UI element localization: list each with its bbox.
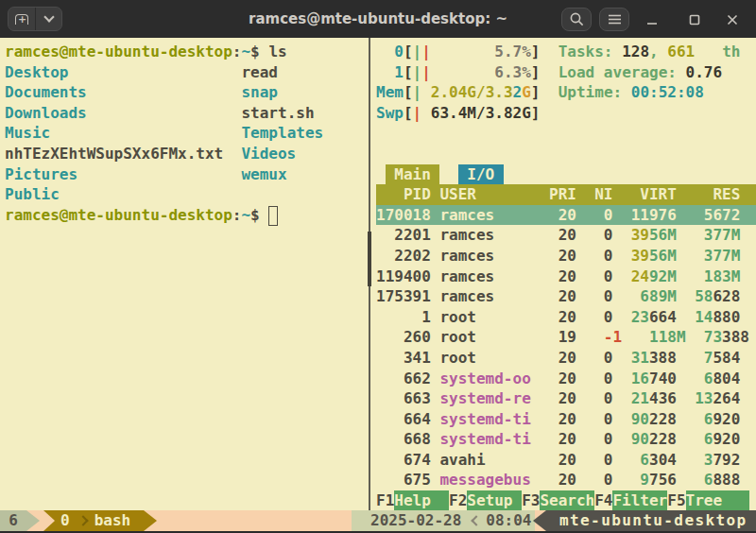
menu-button[interactable] bbox=[599, 8, 629, 31]
fkey-help[interactable]: Help bbox=[394, 490, 449, 510]
text-segment bbox=[740, 348, 756, 369]
text-segment bbox=[740, 450, 756, 471]
text-segment bbox=[677, 286, 695, 307]
text-segment: 183M bbox=[704, 266, 741, 287]
text-segment: 23 bbox=[631, 307, 649, 328]
tmux-window-name: bash bbox=[94, 510, 131, 531]
text-segment: 90 bbox=[631, 409, 649, 430]
file-row: Desktop read bbox=[5, 62, 369, 83]
text-segment bbox=[677, 246, 704, 266]
text-segment: 264 bbox=[713, 388, 740, 409]
text-segment: 675 bbox=[376, 470, 439, 490]
process-row[interactable]: 675 messagebus 20 0 9756 6888 bbox=[376, 470, 756, 490]
tmux-datetime: 2025-02-28 08:04 bbox=[352, 510, 535, 531]
search-button[interactable] bbox=[561, 8, 592, 31]
fkey-search[interactable]: Search bbox=[540, 490, 594, 510]
text-segment: wemux bbox=[241, 164, 286, 185]
cpu0-meter: 0[|| 5.7%] Tasks: 128, 661 th bbox=[376, 42, 756, 62]
text-segment: 16 bbox=[631, 369, 649, 389]
process-row[interactable]: 2201 ramces 20 0 3956M 377M bbox=[376, 225, 756, 246]
text-segment bbox=[439, 164, 457, 185]
fkey-f5[interactable]: F5 bbox=[667, 490, 685, 510]
process-row[interactable]: 668 systemd-ti 20 0 90228 6920 bbox=[376, 429, 756, 450]
search-icon bbox=[569, 11, 585, 27]
text-segment: 1 bbox=[376, 62, 404, 83]
process-row[interactable]: 1 root 20 0 23664 14880 1 bbox=[376, 307, 756, 328]
process-row[interactable]: 341 root 20 0 31388 7584 bbox=[376, 348, 756, 369]
text-segment: $ bbox=[250, 42, 268, 62]
blank-line bbox=[376, 144, 756, 164]
fkey-tree[interactable]: Tree bbox=[686, 490, 749, 510]
process-row[interactable]: 175391 ramces 20 0 689M 58628 4 bbox=[376, 286, 756, 307]
fkey-f2[interactable]: F2 bbox=[449, 490, 467, 510]
text-segment: | bbox=[413, 103, 422, 124]
tmux-window-item[interactable]: 0 bash bbox=[43, 510, 144, 531]
text-segment: : bbox=[232, 205, 242, 226]
text-segment bbox=[68, 62, 241, 83]
tab-io[interactable]: I/O bbox=[458, 164, 504, 185]
text-segment bbox=[376, 164, 386, 185]
text-segment: 6 bbox=[704, 470, 713, 490]
text-segment: 228 bbox=[649, 429, 677, 450]
maximize-button[interactable] bbox=[682, 8, 707, 31]
tab-main[interactable]: Main bbox=[386, 164, 440, 185]
close-icon bbox=[727, 14, 738, 26]
text-segment: 175391 ramces 20 0 bbox=[376, 286, 640, 307]
minimize-button[interactable] bbox=[640, 8, 664, 31]
text-segment: 664 bbox=[649, 307, 677, 328]
text-segment bbox=[677, 307, 695, 328]
fkey-f4[interactable]: F4 bbox=[594, 490, 612, 510]
text-segment: 6 bbox=[704, 429, 713, 450]
text-segment: nhTEzXEhtWSupSXx6FMx.txt bbox=[5, 144, 223, 164]
chevron-left-icon bbox=[472, 515, 482, 525]
text-segment: 388 bbox=[722, 327, 749, 348]
shell-cursor bbox=[268, 206, 278, 227]
shell-prompt-line[interactable]: ramces@mte-ubuntu-desktop:~$ ls bbox=[5, 42, 369, 62]
status-time: 08:04 bbox=[486, 510, 531, 531]
process-row[interactable]: 170018 ramces 20 0 11976 5672 bbox=[376, 205, 756, 226]
text-segment: 3 bbox=[704, 450, 713, 471]
process-table-header[interactable]: PID USER PRI NI VIRT RES bbox=[376, 184, 756, 205]
terminal-window: ramces@mte-ubuntu-desktop: ~ bbox=[0, 0, 756, 533]
process-row[interactable]: 664 systemd-ti 20 0 90228 6920 bbox=[376, 409, 756, 430]
text-segment: 341 root 20 0 bbox=[376, 348, 631, 369]
shell-prompt-line[interactable]: ramces@mte-ubuntu-desktop:~$ bbox=[5, 205, 369, 226]
text-segment: Pictures bbox=[5, 164, 77, 185]
text-segment: ] bbox=[531, 82, 541, 103]
text-segment: systemd-oo bbox=[439, 369, 530, 389]
text-segment bbox=[740, 307, 756, 328]
text-segment bbox=[540, 62, 558, 83]
close-button[interactable] bbox=[720, 8, 745, 31]
text-segment: 920 bbox=[713, 409, 740, 430]
process-row[interactable]: 2202 ramces 20 0 3956M 377M bbox=[376, 246, 756, 266]
titlebar: ramces@mte-ubuntu-desktop: ~ bbox=[0, 0, 756, 38]
text-segment bbox=[586, 327, 604, 348]
process-row[interactable]: 260 root 19 -1 118M 73388 7 bbox=[376, 327, 756, 348]
text-segment: 2201 ramces 20 0 bbox=[376, 225, 631, 246]
text-segment: | bbox=[421, 62, 431, 83]
text-segment: 661 bbox=[667, 42, 695, 62]
process-row[interactable]: 119400 ramces 20 0 2492M 183M 9 bbox=[376, 266, 756, 287]
text-segment: 56M bbox=[649, 225, 677, 246]
text-segment: 5.7% bbox=[494, 42, 531, 62]
process-row[interactable]: 663 systemd-re 20 0 21436 13264 1 bbox=[376, 388, 756, 409]
process-row[interactable]: 674 avahi 20 0 6304 3792 bbox=[376, 450, 756, 471]
text-segment: 128 bbox=[622, 42, 649, 62]
fkey-f1[interactable]: F1 bbox=[376, 490, 394, 510]
fkey-setup[interactable]: Setup bbox=[467, 490, 522, 510]
text-segment: 1 root 20 0 bbox=[376, 307, 631, 328]
process-row[interactable]: 662 systemd-oo 20 0 16740 6804 bbox=[376, 369, 756, 389]
text-segment: 39 bbox=[631, 246, 649, 266]
pane-scroll-indicator bbox=[368, 232, 371, 286]
text-segment: 662 bbox=[376, 369, 439, 389]
htop-pane: 0[|| 5.7%] Tasks: 128, 661 th 1[|| 6.3%]… bbox=[372, 38, 756, 510]
text-segment bbox=[622, 327, 649, 348]
fkey-filter[interactable]: Filter bbox=[612, 490, 667, 510]
text-segment: Desktop bbox=[5, 62, 68, 83]
fkey-f3[interactable]: F3 bbox=[522, 490, 540, 510]
text-segment: 674 avahi 20 0 bbox=[376, 450, 640, 471]
text-segment: 170018 ramces 20 0 11976 5672 bbox=[376, 205, 756, 226]
text-segment: 0 bbox=[376, 42, 404, 62]
text-segment: 664 bbox=[376, 409, 439, 430]
text-segment: PID USER PRI NI VIRT RES bbox=[376, 184, 756, 205]
